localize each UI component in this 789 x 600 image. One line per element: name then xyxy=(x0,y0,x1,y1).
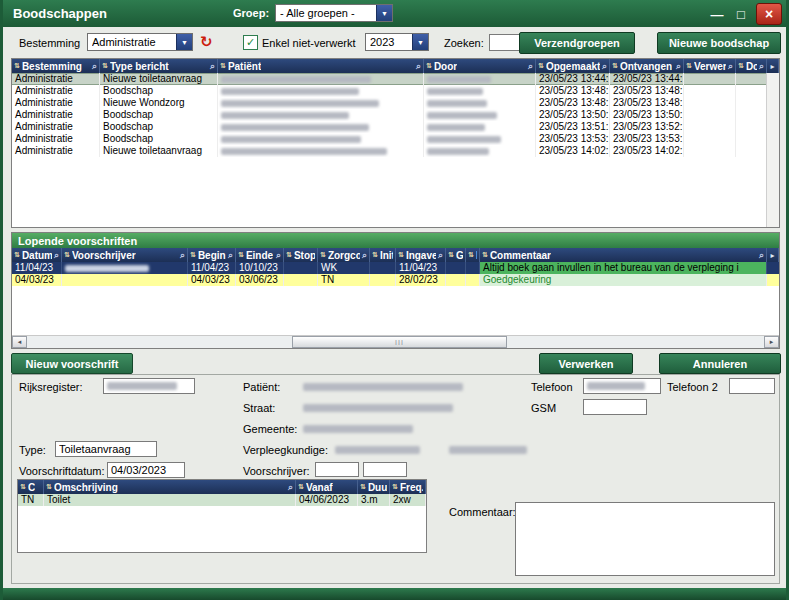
redacted-text xyxy=(221,88,359,95)
cell-type_bericht: Boodschap xyxy=(100,85,218,97)
column-header-begin[interactable]: ⇅Begin⌕ xyxy=(188,248,236,262)
message-row[interactable]: AdministratieNieuwe toiletaanvraag23/05/… xyxy=(12,73,779,85)
search-icon[interactable]: ⌕ xyxy=(362,250,367,261)
column-header-door[interactable]: ⇅Door⌕ xyxy=(424,59,536,73)
search-icon[interactable]: ⌕ xyxy=(416,61,421,72)
scrollbar-track[interactable]: III xyxy=(27,336,764,348)
column-header-verwerkt[interactable]: ⇅Verwerkt⌕ xyxy=(684,59,736,73)
voorschrift-row[interactable]: 11/04/2311/04/2310/10/23WK11/04/23Altijd… xyxy=(12,262,779,274)
column-header-door[interactable]: ⇅Door⌕ xyxy=(736,59,767,73)
voorschriftdatum-input[interactable] xyxy=(107,462,185,478)
search-icon[interactable]: ⌕ xyxy=(676,61,681,72)
sort-icon: ⇅ xyxy=(360,483,366,491)
column-header-datum[interactable]: ⇅Datum⌕ xyxy=(12,248,62,262)
type-input[interactable] xyxy=(55,441,157,457)
sort-icon: ⇅ xyxy=(482,251,488,259)
scroll-right-icon[interactable]: ▸ xyxy=(767,59,779,73)
search-icon[interactable]: ⌕ xyxy=(54,250,59,261)
search-icon[interactable]: ⌕ xyxy=(228,250,233,261)
search-icon[interactable]: ⌕ xyxy=(759,250,764,261)
redacted-text xyxy=(303,404,453,412)
column-header-init[interactable]: ⇅Init xyxy=(370,248,396,262)
message-row[interactable]: AdministratieBoodschap23/05/23 13:48:23/… xyxy=(12,85,779,97)
sort-icon: ⇅ xyxy=(286,251,292,259)
search-icon[interactable]: ⌕ xyxy=(276,250,281,261)
column-header-vanaf[interactable]: ⇅Vanaf xyxy=(296,480,358,494)
commentaar-label: Commentaar: xyxy=(449,506,516,518)
close-button[interactable]: × xyxy=(756,3,782,25)
scroll-left-icon[interactable]: ◂ xyxy=(12,336,27,348)
search-icon[interactable]: ⌕ xyxy=(438,250,443,261)
voorschrijver-input-1[interactable] xyxy=(315,462,359,477)
column-header-pati-nt[interactable]: ⇅Patiënt⌕ xyxy=(218,59,424,73)
gsm-input[interactable] xyxy=(583,399,647,415)
chevron-down-icon[interactable]: ▼ xyxy=(376,5,392,21)
column-header-opgemaakt[interactable]: ⇅Opgemaakt⌕ xyxy=(536,59,610,73)
message-row[interactable]: AdministratieBoodschap23/05/23 13:50:23/… xyxy=(12,109,779,121)
nieuwe-boodschap-button[interactable]: Nieuwe boodschap xyxy=(657,32,781,54)
cell-verwerkt xyxy=(684,133,736,145)
telefoon-input[interactable] xyxy=(583,378,661,394)
column-header-gv[interactable]: ⇅GV xyxy=(446,248,466,262)
minimize-button[interactable]: — xyxy=(708,7,726,22)
refresh-icon[interactable]: ↻ xyxy=(200,33,213,51)
search-icon[interactable]: ⌕ xyxy=(288,482,293,493)
chevron-down-icon[interactable]: ▼ xyxy=(176,34,192,50)
group-dropdown[interactable]: - Alle groepen - ▼ xyxy=(275,4,393,22)
column-header-c[interactable]: ⇅C xyxy=(18,480,44,494)
column-header-einde[interactable]: ⇅Einde⌕ xyxy=(236,248,284,262)
voorschrijver-input-2[interactable] xyxy=(363,462,407,477)
search-icon[interactable]: ⌕ xyxy=(602,61,607,72)
search-icon[interactable]: ⌕ xyxy=(759,61,764,72)
message-row[interactable]: AdministratieBoodschap23/05/23 13:51:23/… xyxy=(12,121,779,133)
column-header-ontvangen[interactable]: ⇅Ontvangen⌕ xyxy=(610,59,684,73)
column-header-p[interactable]: ⇅P xyxy=(466,248,480,262)
column-label: Commentaar xyxy=(490,250,551,261)
cell-type_bericht: Boodschap xyxy=(100,133,218,145)
redacted-text xyxy=(427,112,497,119)
cell-door2 xyxy=(736,109,767,121)
column-header-omschrijving[interactable]: ⇅Omschrijving⌕ xyxy=(44,480,296,494)
column-header-ingave[interactable]: ⇅Ingave⌕ xyxy=(396,248,446,262)
column-label: Datum xyxy=(22,250,52,261)
niet-verwerkt-checkbox[interactable]: ✓ xyxy=(243,35,258,50)
column-header-freq[interactable]: ⇅Freq. xyxy=(390,480,426,494)
column-header-type-bericht[interactable]: ⇅Type bericht⌕ xyxy=(100,59,218,73)
messages-vertical-scrollbar[interactable] xyxy=(766,73,779,227)
voorschriften-horizontal-scrollbar[interactable]: ◂ III ▸ xyxy=(12,335,779,348)
bestemming-label: Bestemming xyxy=(19,37,80,49)
bestemming-dropdown[interactable]: Administratie ▼ xyxy=(87,33,193,51)
rijksregister-input[interactable] xyxy=(103,378,195,394)
search-icon[interactable]: ⌕ xyxy=(210,61,215,72)
message-row[interactable]: AdministratieNieuwe toiletaanvraag23/05/… xyxy=(12,145,779,157)
search-icon[interactable]: ⌕ xyxy=(92,61,97,72)
message-row[interactable]: AdministratieBoodschap23/05/23 13:53:23/… xyxy=(12,133,779,145)
chevron-down-icon[interactable]: ▼ xyxy=(412,34,428,50)
verwerken-button[interactable]: Verwerken xyxy=(539,353,633,374)
column-label: Einde xyxy=(246,250,273,261)
annuleren-button[interactable]: Annuleren xyxy=(659,353,781,374)
search-icon[interactable]: ⌕ xyxy=(728,61,733,72)
scrollbar-thumb[interactable]: III xyxy=(292,336,507,348)
year-dropdown[interactable]: 2023 ▼ xyxy=(365,33,429,51)
scroll-right-icon[interactable]: ▸ xyxy=(767,248,779,262)
column-header-bestemming[interactable]: ⇅Bestemming⌕ xyxy=(12,59,100,73)
column-label: Zorgcode xyxy=(328,250,360,261)
detail-row[interactable]: TNToilet04/06/20233.m2xw xyxy=(18,494,426,506)
maximize-button[interactable]: □ xyxy=(732,7,750,22)
commentaar-textarea[interactable] xyxy=(515,502,775,576)
search-icon[interactable]: ⌕ xyxy=(528,61,533,72)
voorschrift-row[interactable]: 04/03/2304/03/2303/06/23TN28/02/23Goedge… xyxy=(12,274,779,286)
column-header-voorschrijver[interactable]: ⇅Voorschrijver⌕ xyxy=(62,248,188,262)
verzendgroepen-button[interactable]: Verzendgroepen xyxy=(519,32,635,54)
column-header-zorgcode[interactable]: ⇅Zorgcode⌕ xyxy=(318,248,370,262)
scroll-right-icon[interactable]: ▸ xyxy=(764,336,779,348)
message-row[interactable]: AdministratieNieuwe Wondzorg23/05/23 13:… xyxy=(12,97,779,109)
telefoon2-input[interactable] xyxy=(729,378,775,394)
cell-duur: 3.m xyxy=(358,494,390,506)
window-title: Boodschappen xyxy=(13,6,107,21)
column-header-stop[interactable]: ⇅Stop xyxy=(284,248,318,262)
search-icon[interactable]: ⌕ xyxy=(180,250,185,261)
column-header-duur[interactable]: ⇅Duur xyxy=(358,480,390,494)
column-header-commentaar[interactable]: ⇅Commentaar⌕ xyxy=(480,248,767,262)
